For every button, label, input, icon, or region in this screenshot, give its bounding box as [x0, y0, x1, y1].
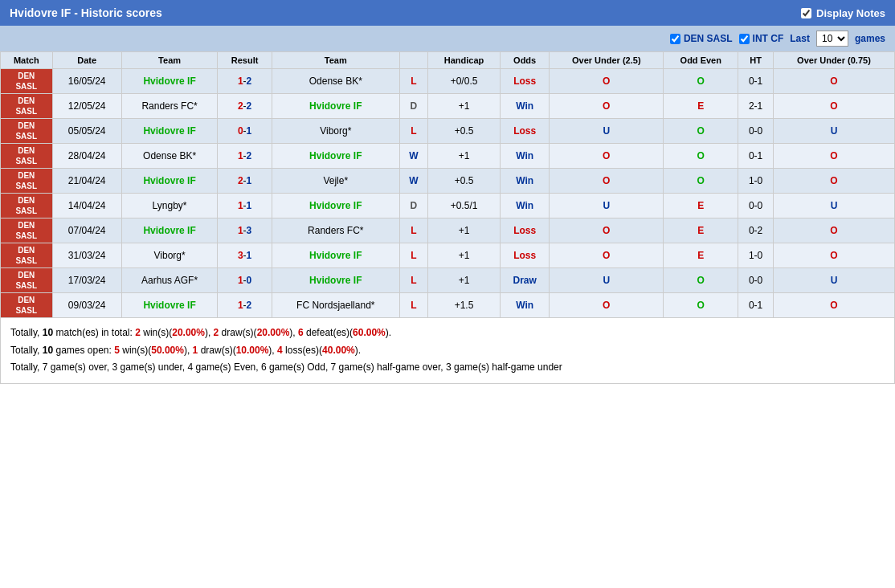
match-result: 1-0	[218, 268, 272, 293]
odd-even: O	[664, 69, 738, 94]
match-badge: DENSASL	[1, 194, 53, 218]
match-result: 1-2	[218, 69, 272, 94]
handicap: +1	[427, 144, 500, 169]
over-under-075: U	[773, 119, 894, 144]
col-match: Match	[1, 52, 53, 69]
col-result: Result	[218, 52, 272, 69]
team1: Hvidovre IF	[121, 119, 218, 144]
summary-line1: Totally, 10 match(es) in total: 2 win(s)…	[10, 325, 885, 342]
over-under-25: U	[550, 194, 664, 218]
match-result: 3-1	[218, 243, 272, 268]
match-badge: DENSASL	[1, 243, 53, 268]
half-time-score: 0-0	[738, 194, 774, 218]
int-cf-label: INT CF	[753, 33, 784, 44]
half-time-score: 1-0	[738, 243, 774, 268]
match-badge: DENSASL	[1, 144, 53, 169]
team2: Hvidovre IF	[272, 268, 399, 293]
den-sasl-filter: DEN SASL	[670, 33, 733, 44]
odds: Win	[501, 293, 550, 318]
odd-even: E	[664, 194, 738, 218]
handicap: +1.5	[427, 293, 500, 318]
team2: Vejle*	[272, 169, 399, 194]
team1: Aarhus AGF*	[121, 268, 218, 293]
odds: Loss	[501, 218, 550, 243]
match-badge: DENSASL	[1, 94, 53, 119]
wdl-result: L	[399, 243, 427, 268]
summary-section: Totally, 10 match(es) in total: 2 win(s)…	[0, 318, 895, 384]
over-under-25: O	[550, 293, 664, 318]
team2: Hvidovre IF	[272, 194, 399, 218]
over-under-25: O	[550, 218, 664, 243]
filter-bar: DEN SASL INT CF Last 5 10 15 20 25 30 ga…	[0, 26, 895, 51]
team2: Odense BK*	[272, 69, 399, 94]
team1: Hvidovre IF	[121, 293, 218, 318]
den-sasl-checkbox[interactable]	[670, 34, 680, 44]
half-time-score: 0-1	[738, 293, 774, 318]
col-handicap: Handicap	[427, 52, 500, 69]
over-under-075: O	[773, 69, 894, 94]
odd-even: O	[664, 268, 738, 293]
col-wdl	[399, 52, 427, 69]
wdl-result: L	[399, 293, 427, 318]
col-oe: Odd Even	[664, 52, 738, 69]
odd-even: O	[664, 293, 738, 318]
table-row: DENSASL07/04/24Hvidovre IF1-3Randers FC*…	[1, 218, 895, 243]
handicap: +0.5/1	[427, 194, 500, 218]
odd-even: O	[664, 119, 738, 144]
half-time-score: 0-0	[738, 119, 774, 144]
team2: FC Nordsjaelland*	[272, 293, 399, 318]
last-games-select[interactable]: 5 10 15 20 25 30	[816, 31, 848, 47]
odds: Win	[501, 94, 550, 119]
col-team2: Team	[272, 52, 399, 69]
display-notes-checkbox[interactable]	[801, 8, 811, 18]
wdl-result: L	[399, 218, 427, 243]
scores-table: Match Date Team Result Team Handicap Odd…	[0, 51, 895, 318]
table-row: DENSASL14/04/24Lyngby*1-1Hvidovre IFD+0.…	[1, 194, 895, 218]
match-date: 12/05/24	[52, 94, 121, 119]
match-badge: DENSASL	[1, 69, 53, 94]
int-cf-checkbox[interactable]	[739, 34, 750, 44]
half-time-score: 0-1	[738, 144, 774, 169]
odds: Draw	[501, 268, 550, 293]
match-result: 0-1	[218, 119, 272, 144]
odds: Win	[501, 144, 550, 169]
match-result: 1-2	[218, 293, 272, 318]
odds: Loss	[501, 243, 550, 268]
handicap: +1	[427, 94, 500, 119]
table-row: DENSASL17/03/24Aarhus AGF*1-0Hvidovre IF…	[1, 268, 895, 293]
team1: Odense BK*	[121, 144, 218, 169]
handicap: +1	[427, 243, 500, 268]
team2: Hvidovre IF	[272, 243, 399, 268]
wdl-result: W	[399, 144, 427, 169]
half-time-score: 0-0	[738, 268, 774, 293]
team2: Hvidovre IF	[272, 94, 399, 119]
match-date: 17/03/24	[52, 268, 121, 293]
wdl-result: D	[399, 194, 427, 218]
table-row: DENSASL05/05/24Hvidovre IF0-1Viborg*L+0.…	[1, 119, 895, 144]
over-under-075: O	[773, 144, 894, 169]
match-date: 14/04/24	[52, 194, 121, 218]
match-date: 07/04/24	[52, 218, 121, 243]
match-result: 1-3	[218, 218, 272, 243]
odd-even: E	[664, 218, 738, 243]
display-notes-label: Display Notes	[816, 7, 885, 19]
half-time-score: 2-1	[738, 94, 774, 119]
match-result: 2-1	[218, 169, 272, 194]
last-label: Last	[790, 33, 810, 44]
match-badge: DENSASL	[1, 268, 53, 293]
team1: Hvidovre IF	[121, 69, 218, 94]
table-row: DENSASL31/03/24Viborg*3-1Hvidovre IFL+1L…	[1, 243, 895, 268]
match-date: 28/04/24	[52, 144, 121, 169]
page-title: Hvidovre IF - Historic scores	[10, 6, 162, 19]
match-result: 1-1	[218, 194, 272, 218]
summary-line3: Totally, 7 game(s) over, 3 game(s) under…	[10, 359, 885, 377]
wdl-result: D	[399, 94, 427, 119]
handicap: +1	[427, 268, 500, 293]
over-under-075: O	[773, 94, 894, 119]
over-under-075: U	[773, 268, 894, 293]
table-row: DENSASL16/05/24Hvidovre IF1-2Odense BK*L…	[1, 69, 895, 94]
wdl-result: L	[399, 69, 427, 94]
wdl-result: L	[399, 268, 427, 293]
match-badge: DENSASL	[1, 218, 53, 243]
col-date: Date	[52, 52, 121, 69]
